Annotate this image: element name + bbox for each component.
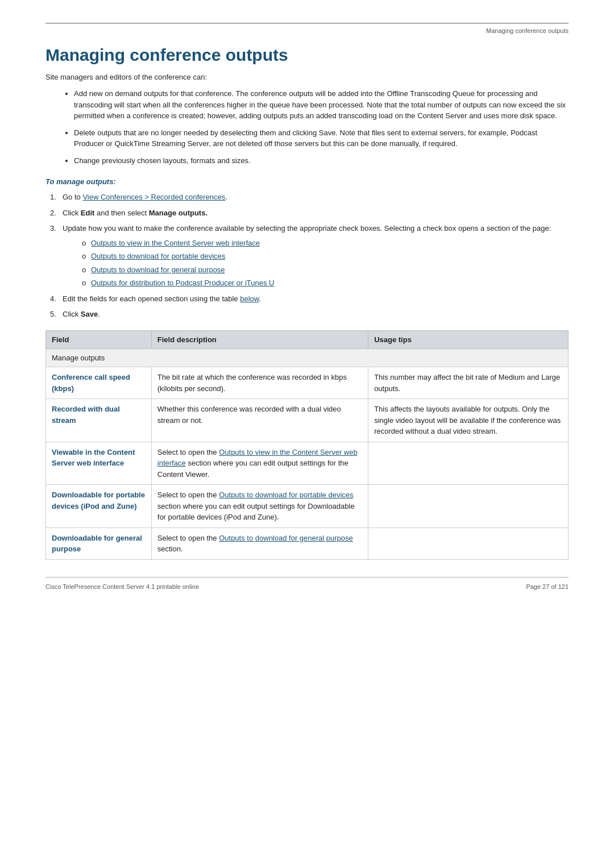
step-1: Go to View Conferences > Recorded confer… [45,192,569,203]
col-description: Field description [151,330,368,348]
col-field: Field [46,330,152,348]
bullet-list: Add new on demand outputs for that confe… [45,88,569,166]
list-item: Delete outputs that are no longer needed… [74,127,569,149]
table-row: Conference call speed (kbps) The bit rat… [46,367,569,399]
table-link-general[interactable]: Outputs to download for general purpose [219,534,353,542]
table-span-row: Manage outputs [46,348,569,367]
col-usage: Usage tips [368,330,569,348]
usage-conference-call-speed: This number may affect the bit rate of M… [368,367,569,399]
page-title: Managing conference outputs [45,45,569,65]
field-downloadable-general: Downloadable for general purpose [46,528,152,559]
sub-link-4[interactable]: Outputs for distribution to Podcast Prod… [91,279,275,287]
field-viewable-content-server: Viewable in the Content Server web inter… [46,442,152,485]
step-4: Edit the fields for each opened section … [45,293,569,305]
table-row: Downloadable for portable devices (iPod … [46,485,569,528]
desc-downloadable-portable: Select to open the Outputs to download f… [151,485,368,528]
usage-downloadable-general [368,528,569,559]
desc-recorded-dual-stream: Whether this conference was recorded wit… [151,399,368,442]
step-1-text: Go to [63,193,82,201]
sub-item-1: Outputs to view in the Content Server we… [80,238,569,249]
usage-downloadable-portable [368,485,569,528]
top-bar: Managing conference outputs [45,23,569,40]
sub-link-1[interactable]: Outputs to view in the Content Server we… [91,239,260,247]
sub-link-2[interactable]: Outputs to download for portable devices [91,252,225,260]
step-5-text: Click Save. [63,310,100,318]
list-item: Add new on demand outputs for that confe… [74,88,569,122]
footer-left: Cisco TelePresence Content Server 4.1 pr… [45,583,199,590]
table-row: Downloadable for general purpose Select … [46,528,569,559]
table-header-row: Field Field description Usage tips [46,330,569,348]
field-table: Field Field description Usage tips Manag… [45,330,569,560]
step-3-text: Update how you want to make the conferen… [63,224,551,232]
table-row: Viewable in the Content Server web inter… [46,442,569,485]
step-1-link[interactable]: View Conferences > Recorded conferences [82,193,225,201]
step-2-text: Click Edit and then select Manage output… [63,209,208,217]
step-2: Click Edit and then select Manage output… [45,207,569,219]
usage-recorded-dual-stream: This affects the layouts available for o… [368,399,569,442]
header-section-title: Managing conference outputs [486,27,569,34]
manage-heading: To manage outputs: [45,177,569,186]
desc-conference-call-speed: The bit rate at which the conference was… [151,367,368,399]
span-row-label: Manage outputs [46,348,569,367]
field-conference-call-speed: Conference call speed (kbps) [46,367,152,399]
step-3: Update how you want to make the conferen… [45,223,569,289]
sub-item-4: Outputs for distribution to Podcast Prod… [80,277,569,289]
sub-item-3: Outputs to download for general purpose [80,264,569,276]
table-row: Recorded with dual stream Whether this c… [46,399,569,442]
list-item: Change previously chosen layouts, format… [74,155,569,167]
sub-list: Outputs to view in the Content Server we… [63,238,569,289]
below-link[interactable]: below [240,294,259,303]
usage-viewable-content-server [368,442,569,485]
field-recorded-dual-stream: Recorded with dual stream [46,399,152,442]
steps-list: Go to View Conferences > Recorded confer… [45,192,569,320]
intro-text: Site managers and editors of the confere… [45,73,569,81]
step-4-text: Edit the fields for each opened section … [63,294,261,303]
field-downloadable-portable: Downloadable for portable devices (iPod … [46,485,152,528]
desc-viewable-content-server: Select to open the Outputs to view in th… [151,442,368,485]
footer-right: Page 27 of 121 [526,583,569,590]
page-footer: Cisco TelePresence Content Server 4.1 pr… [45,577,569,590]
step-5: Click Save. [45,309,569,320]
sub-link-3[interactable]: Outputs to download for general purpose [91,265,225,274]
table-link-portable[interactable]: Outputs to download for portable devices [219,491,353,499]
desc-downloadable-general: Select to open the Outputs to download f… [151,528,368,559]
sub-item-2: Outputs to download for portable devices [80,251,569,262]
